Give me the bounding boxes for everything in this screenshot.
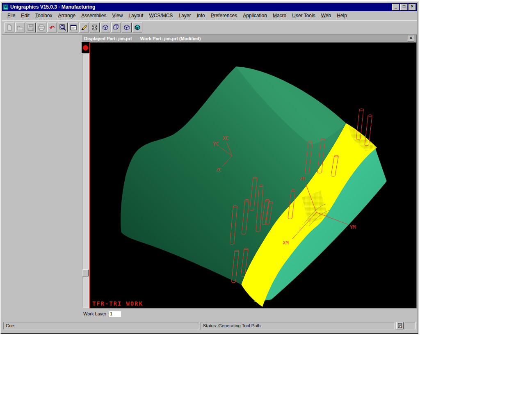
open-icon xyxy=(16,24,24,31)
mcs-zm-label: ZM xyxy=(299,176,305,182)
scrollbar-thumb[interactable] xyxy=(82,269,89,276)
work-layer-input[interactable] xyxy=(109,311,121,317)
view-cube-3-button[interactable] xyxy=(122,23,132,32)
view-side-strip xyxy=(82,42,89,308)
close-button[interactable]: × xyxy=(409,4,416,10)
status-bar: Cue: Status: Generating Tool Path xyxy=(2,319,417,332)
wcs-yc-label: YC xyxy=(213,141,219,147)
refresh-view-button[interactable] xyxy=(68,23,78,32)
graphics-window-close-button[interactable]: × xyxy=(408,36,414,41)
work-layer-label: Work Layer xyxy=(83,311,106,316)
menu-toolbox[interactable]: Toolbox xyxy=(32,11,55,20)
wcs-zc-label: ZC xyxy=(216,167,221,173)
listing-window-button[interactable] xyxy=(396,322,404,329)
graphics-window: Displayed Part: jim.prt Work Part: jim.p… xyxy=(82,35,417,319)
title-bar[interactable]: Unigraphics V15.0.3 - Manufacturing _ □ … xyxy=(2,3,417,11)
menu-bar: File Edit Toolbox Arrange Assemblies Vie… xyxy=(2,11,417,20)
view-cube-2-button[interactable] xyxy=(111,23,121,32)
print-icon xyxy=(38,24,45,31)
maximize-button[interactable]: □ xyxy=(400,4,408,10)
interrupt-stop-icon xyxy=(83,45,88,50)
app-window: Unigraphics V15.0.3 - Manufacturing _ □ … xyxy=(0,1,418,334)
mcs-xm-label: XM xyxy=(283,240,288,246)
snap-view-button[interactable] xyxy=(90,23,100,32)
menu-assemblies[interactable]: Assemblies xyxy=(78,11,109,20)
window-title: Unigraphics V15.0.3 - Manufacturing xyxy=(10,4,391,10)
menu-arrange[interactable]: Arrange xyxy=(55,11,78,20)
cue-field: Cue: xyxy=(3,322,199,329)
status-field: Status: Generating Tool Path xyxy=(201,322,395,329)
zoom-icon xyxy=(59,24,66,31)
undo-button[interactable]: ↶ xyxy=(47,23,57,32)
wireframe-cube-icon xyxy=(102,24,109,31)
wireframe-cube-icon xyxy=(112,24,120,31)
vertical-scrollbar[interactable] xyxy=(82,54,89,308)
graphics-window-titlebar[interactable]: Displayed Part: jim.prt Work Part: jim.p… xyxy=(82,35,417,42)
document-icon xyxy=(397,323,402,328)
menu-help[interactable]: Help xyxy=(334,11,350,20)
unigraphics-logo-icon xyxy=(3,4,9,10)
new-part-button[interactable] xyxy=(5,23,14,32)
drafting-button[interactable] xyxy=(79,23,89,32)
pencil-icon xyxy=(80,24,88,31)
save-part-button[interactable] xyxy=(26,23,36,32)
menu-application[interactable]: Application xyxy=(240,11,270,20)
toolbar: ↶ xyxy=(2,20,417,35)
wireframe-cube-icon xyxy=(123,24,130,31)
open-part-button[interactable] xyxy=(15,23,25,32)
save-icon xyxy=(27,24,34,31)
new-icon xyxy=(6,24,13,31)
minimize-button[interactable]: _ xyxy=(392,4,399,10)
zoom-view-button[interactable] xyxy=(58,23,68,32)
desktop: { "window": { "title": "Unigraphics V15.… xyxy=(0,0,525,420)
menu-layer[interactable]: Layer xyxy=(176,11,194,20)
3d-scene: XC YC ZC ZM YM XM TFR-TRI WORK xyxy=(90,43,416,308)
clamp-icon xyxy=(91,24,98,31)
tool-dialog-area xyxy=(2,35,82,319)
statusbar-spacer xyxy=(405,322,415,329)
mcs-ym-label: YM xyxy=(350,224,356,230)
menu-web[interactable]: Web xyxy=(318,11,334,20)
work-layer-row: Work Layer xyxy=(82,308,417,319)
menu-info[interactable]: Info xyxy=(194,11,208,20)
menu-edit[interactable]: Edit xyxy=(18,11,32,20)
shaded-view-button[interactable] xyxy=(132,23,142,32)
shaded-cube-icon xyxy=(134,24,141,31)
menu-layout[interactable]: Layout xyxy=(126,11,146,20)
menu-wcs-mcs[interactable]: WCS/MCS xyxy=(146,11,176,20)
work-part-label: Work Part: jim.prt (Modified) xyxy=(140,36,201,41)
main-content: Displayed Part: jim.prt Work Part: jim.p… xyxy=(2,35,417,319)
graphics-body: XC YC ZC ZM YM XM TFR-TRI WORK xyxy=(82,42,417,308)
view-status-text: TFR-TRI WORK xyxy=(92,300,143,307)
menu-user-tools[interactable]: User Tools xyxy=(289,11,318,20)
menu-view[interactable]: View xyxy=(110,11,126,20)
menu-macro[interactable]: Macro xyxy=(270,11,289,20)
graphics-viewport[interactable]: XC YC ZC ZM YM XM TFR-TRI WORK xyxy=(89,42,417,308)
interrupt-button[interactable] xyxy=(82,42,89,53)
view-cube-1-button[interactable] xyxy=(100,23,110,32)
displayed-part-label: Displayed Part: jim.prt xyxy=(84,36,132,41)
menu-file[interactable]: File xyxy=(5,11,18,20)
window-refresh-icon xyxy=(70,24,77,31)
undo-icon: ↶ xyxy=(50,25,55,31)
print-button[interactable] xyxy=(37,23,46,32)
menu-preferences[interactable]: Preferences xyxy=(208,11,240,20)
wcs-xc-label: XC xyxy=(223,135,228,141)
